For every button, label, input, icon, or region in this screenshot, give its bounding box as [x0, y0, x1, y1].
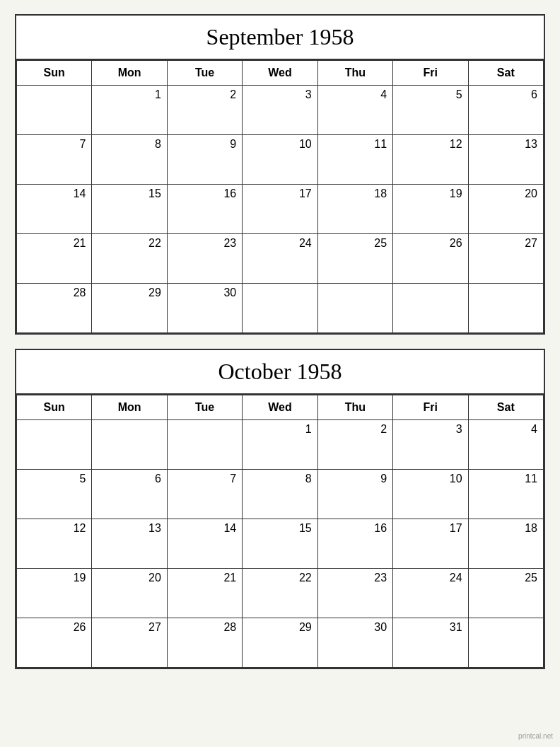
calendar-day-cell [17, 420, 92, 470]
header-tue: Tue [167, 395, 242, 420]
calendar-day-cell: 24 [393, 569, 468, 618]
calendar-day-cell: 16 [317, 519, 392, 569]
calendar-day-cell: 8 [92, 135, 167, 185]
header-sat: Sat [468, 61, 543, 86]
calendar-day-cell [243, 284, 317, 333]
calendar-day-cell: 12 [17, 519, 92, 569]
calendar-day-cell: 17 [393, 519, 468, 569]
header-fri: Fri [393, 395, 468, 420]
calendar-day-cell: 20 [92, 569, 167, 618]
calendar-day-cell: 2 [317, 420, 392, 470]
calendar-title-september-1958: September 1958 [16, 16, 544, 60]
calendar-day-cell: 26 [393, 234, 468, 284]
header-wed: Wed [243, 395, 317, 420]
calendar-day-cell: 21 [17, 234, 92, 284]
calendar-day-cell: 5 [393, 86, 468, 135]
calendar-day-cell: 25 [468, 569, 543, 618]
calendar-day-cell: 1 [92, 86, 167, 135]
calendar-day-cell: 17 [243, 185, 317, 234]
calendar-title-october-1958: October 1958 [16, 350, 544, 395]
calendar-day-cell: 20 [468, 185, 543, 234]
header-mon: Mon [92, 395, 167, 420]
calendar-day-cell: 12 [393, 135, 468, 185]
calendar-day-cell: 6 [92, 470, 167, 519]
calendar-day-cell: 25 [317, 234, 392, 284]
calendar-day-cell: 11 [317, 135, 392, 185]
calendar-day-cell: 13 [92, 519, 167, 569]
calendar-day-cell: 29 [243, 618, 317, 668]
calendar-october-1958: October 1958SunMonTueWedThuFriSat1234567… [15, 349, 545, 669]
calendar-day-cell: 21 [167, 569, 242, 618]
calendar-day-cell: 19 [393, 185, 468, 234]
calendar-september-1958: September 1958SunMonTueWedThuFriSat12345… [15, 14, 545, 335]
watermark: printcal.net [518, 732, 553, 740]
calendar-day-cell: 15 [92, 185, 167, 234]
header-wed: Wed [243, 61, 317, 86]
calendar-day-cell: 14 [17, 185, 92, 234]
calendar-day-cell: 22 [243, 569, 317, 618]
calendar-day-cell: 15 [243, 519, 317, 569]
calendar-day-cell: 18 [317, 185, 392, 234]
calendar-day-cell: 26 [17, 618, 92, 668]
calendar-day-cell: 30 [167, 284, 242, 333]
calendar-day-cell [317, 284, 392, 333]
calendar-day-cell: 10 [243, 135, 317, 185]
header-fri: Fri [393, 61, 468, 86]
calendar-day-cell: 22 [92, 234, 167, 284]
header-sun: Sun [17, 395, 92, 420]
header-sun: Sun [17, 61, 92, 86]
calendar-day-cell: 23 [167, 234, 242, 284]
calendar-day-cell: 27 [92, 618, 167, 668]
calendar-day-cell [468, 284, 543, 333]
calendar-day-cell: 4 [317, 86, 392, 135]
calendar-day-cell: 27 [468, 234, 543, 284]
calendar-day-cell: 18 [468, 519, 543, 569]
header-mon: Mon [92, 61, 167, 86]
calendar-day-cell: 13 [468, 135, 543, 185]
calendar-day-cell: 6 [468, 86, 543, 135]
header-thu: Thu [317, 395, 392, 420]
calendar-day-cell: 9 [317, 470, 392, 519]
calendar-day-cell: 4 [468, 420, 543, 470]
calendar-day-cell: 5 [17, 470, 92, 519]
calendar-day-cell: 28 [167, 618, 242, 668]
calendar-day-cell: 9 [167, 135, 242, 185]
calendar-day-cell [393, 284, 468, 333]
calendar-day-cell: 3 [243, 86, 317, 135]
header-sat: Sat [468, 395, 543, 420]
calendar-day-cell: 24 [243, 234, 317, 284]
calendar-day-cell: 30 [317, 618, 392, 668]
calendar-day-cell: 29 [92, 284, 167, 333]
calendar-day-cell: 31 [393, 618, 468, 668]
calendar-day-cell: 7 [167, 470, 242, 519]
calendar-day-cell: 14 [167, 519, 242, 569]
calendar-day-cell [167, 420, 242, 470]
header-tue: Tue [167, 61, 242, 86]
calendar-day-cell: 16 [167, 185, 242, 234]
calendar-day-cell: 28 [17, 284, 92, 333]
calendar-day-cell: 11 [468, 470, 543, 519]
calendar-day-cell: 10 [393, 470, 468, 519]
calendar-day-cell: 7 [17, 135, 92, 185]
calendar-day-cell [468, 618, 543, 668]
calendar-day-cell [92, 420, 167, 470]
calendar-day-cell: 8 [243, 470, 317, 519]
calendar-day-cell: 23 [317, 569, 392, 618]
header-thu: Thu [317, 61, 392, 86]
calendar-day-cell: 3 [393, 420, 468, 470]
calendar-day-cell: 1 [243, 420, 317, 470]
calendar-day-cell: 19 [17, 569, 92, 618]
calendar-day-cell: 2 [167, 86, 242, 135]
calendar-day-cell [17, 86, 92, 135]
